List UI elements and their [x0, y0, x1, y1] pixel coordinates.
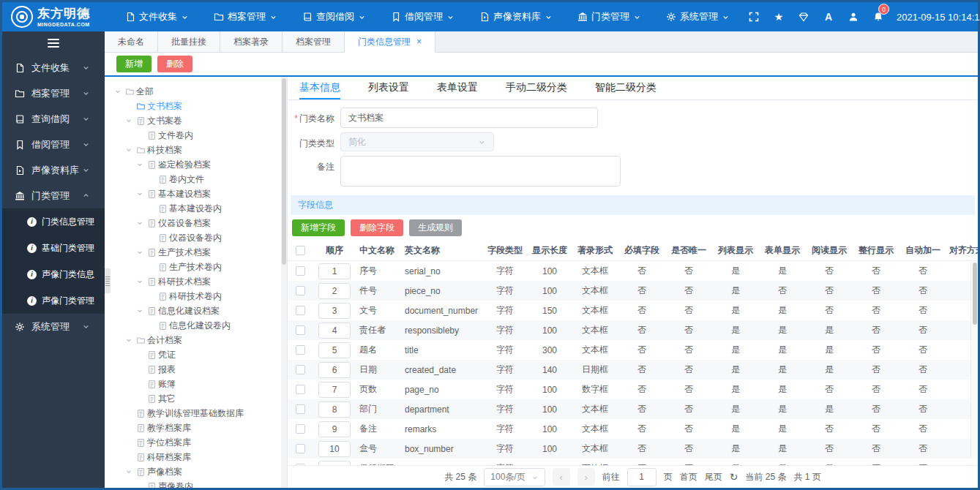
topnav-item-folder[interactable]: 档案管理 — [206, 2, 285, 31]
order-input[interactable]: 11 — [318, 461, 351, 465]
add-field-button[interactable]: 新增字段 — [292, 219, 345, 236]
sidebar-item-bank[interactable]: 门类管理 — [2, 183, 105, 208]
order-input[interactable]: 1 — [318, 263, 351, 279]
row-checkbox[interactable] — [296, 404, 305, 414]
topnav-item-file[interactable]: 文件收集 — [118, 2, 196, 31]
delete-button[interactable]: 删除 — [157, 56, 192, 72]
tree-node[interactable]: 科研技术卷内 — [105, 289, 287, 304]
sidebar-item-gear[interactable]: 系统管理 — [2, 314, 105, 339]
sidebar-item-folder[interactable]: 档案管理 — [2, 80, 105, 106]
tree-scrollbar[interactable] — [281, 77, 287, 488]
detail-tab[interactable]: 表单设置 — [437, 77, 478, 99]
panel-splitter-handle[interactable] — [105, 268, 111, 293]
row-checkbox[interactable] — [296, 325, 305, 335]
sidebar-item-bookmark[interactable]: 借阅管理 — [2, 132, 105, 157]
order-input[interactable]: 5 — [318, 342, 351, 358]
tree-node[interactable]: 文书案卷 — [105, 113, 287, 128]
first-page-link[interactable]: 首页 — [680, 471, 697, 483]
row-checkbox[interactable] — [296, 385, 305, 394]
order-input[interactable]: 9 — [318, 421, 351, 437]
tree-node[interactable]: 信息化建设卷内 — [105, 318, 287, 333]
select-all-checkbox[interactable] — [296, 246, 305, 255]
close-icon[interactable]: × — [416, 37, 422, 47]
user-icon[interactable] — [847, 9, 860, 25]
topnav-item-media[interactable]: 声像资料库 — [472, 2, 560, 31]
order-input[interactable]: 7 — [318, 382, 351, 398]
tree-node[interactable]: 声像卷内 — [105, 479, 287, 488]
tree-node[interactable]: 仪器设备卷内 — [105, 230, 287, 245]
tree-node[interactable]: 账簿 — [105, 377, 287, 391]
last-page-link[interactable]: 尾页 — [705, 471, 722, 483]
row-checkbox[interactable] — [296, 365, 305, 374]
tree-node[interactable]: 科研技术档案 — [105, 274, 287, 289]
sidebar-item-file[interactable]: 文件收集 — [2, 55, 105, 80]
order-input[interactable]: 10 — [318, 441, 351, 457]
prev-page-button[interactable]: ‹ — [553, 468, 570, 486]
workspace-tab[interactable]: 门类信息管理× — [345, 31, 435, 53]
order-input[interactable]: 6 — [318, 362, 351, 378]
order-input[interactable]: 4 — [318, 323, 351, 339]
delete-field-button[interactable]: 删除字段 — [351, 219, 403, 236]
tree-node[interactable]: 信息化建设档案 — [105, 304, 287, 318]
tree-node[interactable]: 科技档案 — [105, 143, 287, 157]
detail-tab[interactable]: 列表设置 — [368, 77, 409, 99]
catalog-name-input[interactable] — [340, 108, 598, 128]
workspace-tab[interactable]: 批量挂接 — [158, 31, 220, 52]
tree-node[interactable]: 文书档案 — [105, 99, 287, 113]
tree-node[interactable]: 科研档案库 — [105, 450, 287, 464]
fullscreen-icon[interactable] — [747, 9, 760, 25]
tree-node[interactable]: 报表 — [105, 362, 287, 377]
generate-rule-button[interactable]: 生成规则 — [409, 219, 462, 236]
sidebar-subitem[interactable]: i基础门类管理 — [2, 235, 105, 261]
sidebar-subitem[interactable]: i门类信息管理 — [2, 208, 105, 235]
tree-node[interactable]: 教学训练管理基础数据库 — [105, 406, 287, 421]
tree-node[interactable]: 文件卷内 — [105, 128, 287, 143]
tree-node[interactable]: 卷内文件 — [105, 172, 287, 186]
topnav-item-gear[interactable]: 系统管理 — [659, 2, 737, 31]
detail-tab[interactable]: 基本信息 — [299, 77, 340, 99]
refresh-icon[interactable]: ↻ — [730, 471, 738, 483]
row-checkbox[interactable] — [296, 444, 305, 453]
font-size-icon[interactable]: A — [822, 9, 835, 25]
sidebar-item-media[interactable]: 声像资料库 — [2, 157, 105, 183]
tree-node[interactable]: 凭证 — [105, 347, 287, 362]
tree-node[interactable]: 基本建设卷内 — [105, 201, 287, 216]
tree-node[interactable]: 生产技术卷内 — [105, 260, 287, 274]
catalog-type-select[interactable]: 简化 — [340, 132, 494, 151]
tree-node[interactable]: 学位档案库 — [105, 435, 287, 450]
page-number-input[interactable] — [627, 468, 657, 486]
workspace-tab[interactable]: 档案管理 — [283, 31, 345, 52]
gem-icon[interactable] — [797, 9, 810, 25]
page-size-select[interactable]: 100条/页 — [484, 468, 545, 486]
tree-node[interactable]: 会计档案 — [105, 333, 287, 347]
sidebar-subitem[interactable]: i声像门类管理 — [2, 287, 105, 314]
row-checkbox[interactable] — [296, 306, 305, 315]
row-checkbox[interactable] — [296, 266, 305, 276]
topnav-item-bookmark[interactable]: 借阅管理 — [384, 2, 462, 31]
row-checkbox[interactable] — [296, 345, 305, 355]
tree-node[interactable]: 生产技术档案 — [105, 245, 287, 260]
tree-node[interactable]: 鉴定检验档案 — [105, 157, 287, 172]
add-button[interactable]: 新增 — [116, 56, 152, 72]
bell-icon[interactable]: 0 — [872, 9, 885, 25]
remark-textarea[interactable] — [340, 156, 621, 186]
sidebar-item-book[interactable]: 查询借阅 — [2, 106, 105, 132]
tree-node[interactable]: 其它 — [105, 391, 287, 406]
row-checkbox[interactable] — [296, 424, 305, 434]
order-input[interactable]: 2 — [318, 283, 351, 299]
tree-node[interactable]: 全部 — [105, 84, 287, 99]
table-vertical-scrollbar[interactable] — [970, 261, 978, 458]
row-checkbox[interactable] — [296, 286, 305, 295]
topnav-item-bank[interactable]: 门类管理 — [570, 2, 648, 31]
order-input[interactable]: 3 — [318, 303, 351, 319]
topnav-item-book[interactable]: 查阅借阅 — [295, 2, 373, 31]
detail-tab[interactable]: 手动二级分类 — [506, 77, 567, 99]
tree-node[interactable]: 声像档案 — [105, 464, 287, 479]
workspace-tab[interactable]: 档案著录 — [220, 31, 283, 52]
sidebar-collapse-button[interactable] — [2, 31, 105, 55]
order-input[interactable]: 8 — [318, 402, 351, 418]
row-checkbox[interactable] — [296, 464, 305, 465]
tree-node[interactable]: 基本建设档案 — [105, 186, 287, 201]
brand-logo-area[interactable]: 东方明德 MINGDEDATA.COM — [2, 6, 118, 28]
detail-tab[interactable]: 智能二级分类 — [595, 77, 657, 99]
